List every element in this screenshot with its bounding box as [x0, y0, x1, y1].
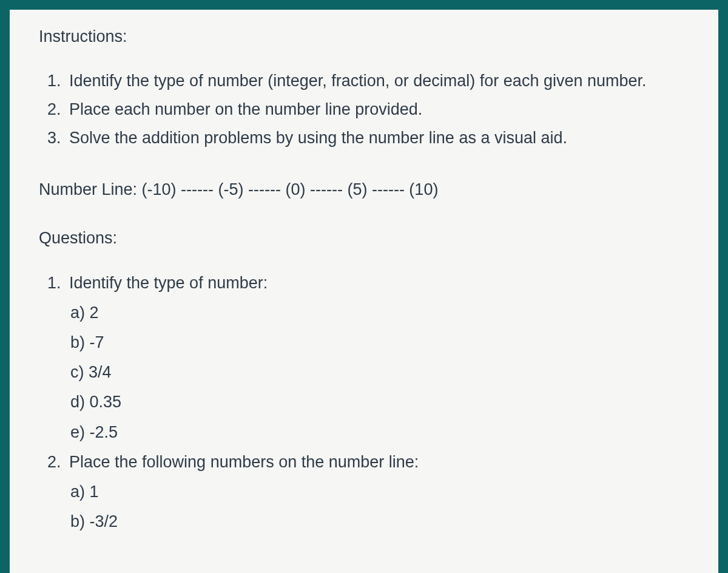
- question-prompt: Place the following numbers on the numbe…: [69, 453, 419, 471]
- instructions-heading: Instructions:: [39, 24, 689, 50]
- question-sub-item: d) 0.35: [69, 387, 689, 417]
- question-sub-item: b) -7: [69, 328, 689, 358]
- question-item: Place the following numbers on the numbe…: [66, 447, 689, 537]
- instruction-item: Place each number on the number line pro…: [66, 95, 689, 124]
- number-line-text: Number Line: (-10) ------ (-5) ------ (0…: [39, 177, 689, 202]
- instruction-item: Solve the addition problems by using the…: [66, 124, 689, 152]
- question-sub-item: c) 3/4: [69, 358, 689, 387]
- question-prompt: Identify the type of number:: [69, 274, 268, 292]
- question-sub-item: a) 1: [69, 477, 689, 507]
- question-sub-item: e) -2.5: [69, 418, 689, 447]
- instruction-item: Identify the type of number (integer, fr…: [66, 67, 689, 95]
- question-sub-item: a) 2: [69, 298, 689, 328]
- worksheet-page: Instructions: Identify the type of numbe…: [10, 10, 718, 573]
- instructions-list: Identify the type of number (integer, fr…: [39, 67, 689, 153]
- question-sub-item: b) -3/2: [69, 507, 689, 537]
- question-item: Identify the type of number: a) 2 b) -7 …: [66, 268, 689, 447]
- questions-list: Identify the type of number: a) 2 b) -7 …: [39, 268, 689, 537]
- questions-heading: Questions:: [39, 226, 689, 251]
